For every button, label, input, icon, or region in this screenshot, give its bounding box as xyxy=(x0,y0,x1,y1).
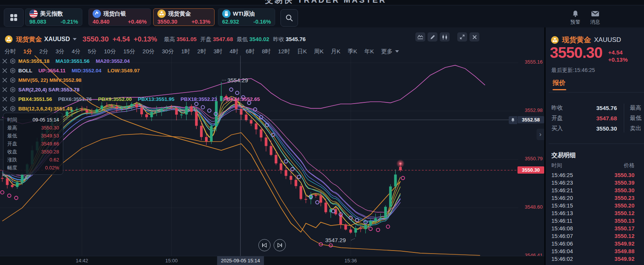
remove-indicator-icon[interactable] xyxy=(2,106,7,111)
indicator-row-0: MA5:3551.18MA10:3551.56MA20:3552.04 xyxy=(2,56,263,66)
timeframe-4分[interactable]: 4分 xyxy=(72,48,80,55)
timeframe-10分[interactable]: 10分 xyxy=(104,48,116,55)
timeframe-2时[interactable]: 2时 xyxy=(197,48,206,55)
timeframe-1分[interactable]: 1分 xyxy=(23,48,32,55)
gold-coin-icon xyxy=(5,35,13,43)
tab-underline xyxy=(553,89,566,90)
apps-grid-button[interactable] xyxy=(4,8,24,27)
draw-button[interactable] xyxy=(428,32,437,42)
indicator-value: PBX18:3552.23 xyxy=(181,96,217,102)
time-axis[interactable]: 14:4215:0015:362025-09-05 15:14 xyxy=(0,256,544,265)
price-tick: 3555.16 xyxy=(517,59,543,65)
indicator-value: PBX13:3551.95 xyxy=(138,96,175,102)
quote-divider xyxy=(624,104,624,132)
alert-action[interactable]: 预警 xyxy=(567,10,584,26)
indicator-value: MA20:3552.04 xyxy=(96,58,130,64)
close-chart-button[interactable] xyxy=(469,32,479,42)
price-tick: 3550.79 xyxy=(517,156,543,161)
line-chart-button[interactable] xyxy=(415,32,425,42)
remove-indicator-icon[interactable] xyxy=(2,87,7,92)
tooltip-row-最低: 最低3549.53 xyxy=(7,132,59,140)
current-price-label: 3550.30 xyxy=(517,166,544,174)
timeframe-4时[interactable]: 4时 xyxy=(230,48,239,55)
timeframe-月K[interactable]: 月K xyxy=(331,48,340,55)
remove-indicator-icon[interactable] xyxy=(2,97,7,102)
timeframe-12时[interactable]: 12时 xyxy=(278,48,290,55)
indicator-settings-icon[interactable] xyxy=(10,106,16,112)
symbol-code: XAUUSD xyxy=(44,36,70,43)
indicator-legend: MA5:3551.18MA10:3551.56MA20:3552.04BOLLU… xyxy=(2,56,263,113)
app-watermark: 交易快 TRADER MASTER xyxy=(202,0,450,5)
ticker-card-oil[interactable]: WTI原油62.932-0.16% xyxy=(218,8,275,26)
candlestick-icon xyxy=(442,34,448,40)
timeframe-季K[interactable]: 季K xyxy=(348,48,357,55)
sidebar-symbol-cn: 现货黄金 xyxy=(562,35,591,45)
timeframe-2分[interactable]: 2分 xyxy=(39,48,48,55)
tab-quote[interactable]: 报价 xyxy=(553,78,566,87)
timeframe-8时[interactable]: 8时 xyxy=(262,48,271,55)
top-bar: 交易快 TRADER MASTER 美元指数98.083-0.21%现货白银40… xyxy=(0,0,644,27)
timeframe-3分[interactable]: 3分 xyxy=(56,48,64,55)
ticker-name: 现货白银 xyxy=(103,10,126,18)
timeframe-15分[interactable]: 15分 xyxy=(123,48,135,55)
timeframe-30分[interactable]: 30分 xyxy=(162,48,174,55)
timeframe-1时[interactable]: 1时 xyxy=(181,48,190,55)
skip-to-start-button[interactable] xyxy=(258,239,271,251)
tab-border xyxy=(549,92,644,93)
timeframe-5分[interactable]: 5分 xyxy=(88,48,96,55)
price-alert-bell-icon[interactable] xyxy=(509,116,517,124)
sidebar-symbol-header: 现货黄金 XAUUSD xyxy=(551,35,621,45)
ticker-card-us-flag[interactable]: 美元指数98.083-0.21% xyxy=(25,8,82,26)
alert-label: 预警 xyxy=(570,19,580,25)
indicator-value: UP:3554.11 xyxy=(38,68,66,73)
symbol-dropdown-caret[interactable] xyxy=(73,38,77,40)
section-border xyxy=(549,144,644,144)
timeframe-20分[interactable]: 20分 xyxy=(143,48,155,55)
time-tick: 14:42 xyxy=(76,258,88,263)
chevron-down-icon xyxy=(395,50,399,53)
skip-end-icon xyxy=(277,243,282,247)
ticker-card-gold[interactable]: 现货黄金3550.30+0.13% xyxy=(153,8,215,26)
sidebar-symbol-code: XAUUSD xyxy=(594,36,621,44)
time-tick: 15:00 xyxy=(165,258,178,263)
search-button[interactable] xyxy=(280,9,298,27)
oil-icon xyxy=(222,10,231,18)
price-axis[interactable]: 3555.163552.983552.583550.793550.303548.… xyxy=(517,56,544,265)
remove-indicator-icon[interactable] xyxy=(2,78,7,83)
indicator-value: PBX9:3552.00 xyxy=(98,96,132,102)
trade-row: 15:46:063549.92 xyxy=(551,240,634,247)
trade-row: 15:46:213550.30 xyxy=(551,187,634,194)
last-update: 最后更新:15:46:25 xyxy=(551,67,595,74)
gold-coin-icon xyxy=(551,36,559,44)
indicator-settings-icon[interactable] xyxy=(10,68,16,73)
ticker-card-silver[interactable]: 现货白银40.840+0.46% xyxy=(88,8,151,26)
search-icon xyxy=(285,14,293,22)
timeframe-6时[interactable]: 6时 xyxy=(246,48,255,55)
remove-indicator-icon[interactable] xyxy=(2,68,7,73)
candle-style-button[interactable] xyxy=(440,32,450,42)
trade-row: 15:46:083550.17 xyxy=(551,225,634,232)
timeframe-日K[interactable]: 日K xyxy=(297,48,307,55)
tooltip-row-幅度: 幅度0.02% xyxy=(7,164,59,172)
timeframe-周K[interactable]: 周K xyxy=(314,48,324,55)
indicator-settings-icon[interactable] xyxy=(10,77,16,83)
skip-start-icon xyxy=(262,243,267,247)
indicator-value: MA5:3551.18 xyxy=(18,58,50,64)
sidebar-collapse-handle[interactable]: › xyxy=(537,129,544,140)
resize-arrows-icon xyxy=(460,34,465,40)
indicator-value: SAR(2,20,4) SAR:3553.78 xyxy=(18,87,80,93)
shrink-button[interactable] xyxy=(457,32,467,42)
timeframe-年K[interactable]: 年K xyxy=(364,48,374,55)
skip-to-end-button[interactable] xyxy=(274,239,286,251)
timeframe-分时[interactable]: 分时 xyxy=(5,48,16,55)
indicator-settings-icon[interactable] xyxy=(10,87,16,93)
remove-indicator-icon[interactable] xyxy=(2,59,7,64)
trade-row: 15:46:133550.12 xyxy=(551,209,634,217)
timeframe-more[interactable]: 更多 xyxy=(381,48,399,55)
timeframe-3时[interactable]: 3时 xyxy=(213,48,222,55)
indicator-row-4: PBX4:3551.56PBX6:3551.76PBX9:3552.00PBX1… xyxy=(2,94,263,104)
indicator-settings-icon[interactable] xyxy=(10,58,16,64)
message-action[interactable]: 消息 xyxy=(587,10,604,26)
indicator-settings-icon[interactable] xyxy=(10,96,16,102)
ticker-value: 3550.30 xyxy=(157,19,177,25)
